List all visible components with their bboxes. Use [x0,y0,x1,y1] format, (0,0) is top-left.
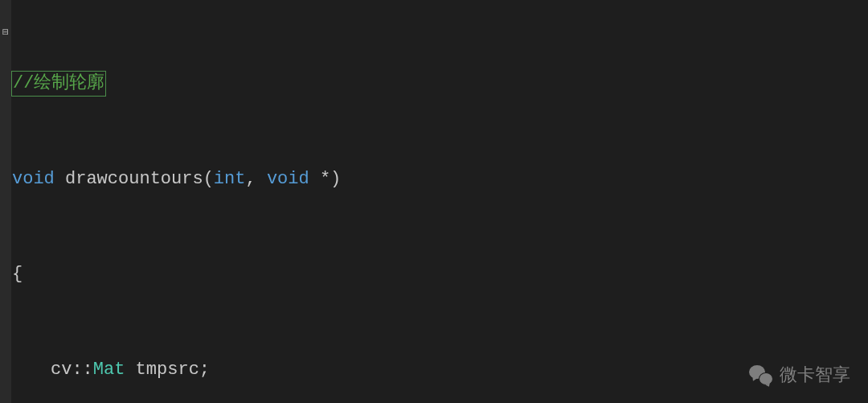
text-token: *) [309,169,342,189]
comment-token: //绘制轮廓 [13,73,104,93]
code-line: cv::Mat tmpsrc; [12,358,624,382]
code-line: void drawcountours(int, void *) [12,167,624,191]
code-line: { [12,262,624,286]
keyword-token: void [12,169,55,189]
wechat-icon [749,365,773,385]
text-token: , [245,169,266,189]
fold-icon[interactable]: ⊟ [1,28,10,38]
type-token: Mat [93,360,125,380]
code-editor[interactable]: ⊟ //绘制轮廓 void drawcountours(int, void *)… [0,0,868,403]
code-area[interactable]: //绘制轮廓 void drawcountours(int, void *) {… [12,0,624,403]
watermark: 微卡智享 [749,363,850,387]
keyword-token: int [214,169,246,189]
code-line: //绘制轮廓 [12,72,624,96]
text-token: tmpsrc; [125,360,210,380]
text-token: cv:: [51,360,93,380]
text-token: drawcountours( [55,169,214,189]
keyword-token: void [267,169,309,189]
gutter: ⊟ [0,0,11,403]
watermark-text: 微卡智享 [780,363,850,387]
